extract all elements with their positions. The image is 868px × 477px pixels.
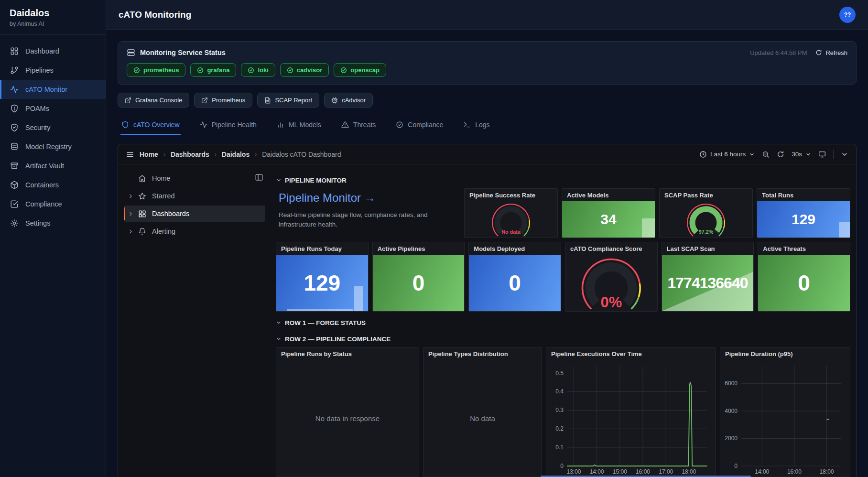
panel-pipeline-executions-over-time: Pipeline Executions Over Time 00.10.20.3… xyxy=(546,347,716,477)
svg-text:14:00: 14:00 xyxy=(590,468,604,475)
clock-icon xyxy=(699,151,707,158)
panel-title[interactable]: Active Pipelines xyxy=(373,242,465,255)
sidebar-item-label: Settings xyxy=(25,219,50,227)
panel-title[interactable]: Pipeline Executions Over Time xyxy=(546,347,716,360)
check-circle-icon xyxy=(197,67,204,74)
panel-title[interactable]: Models Deployed xyxy=(469,242,561,255)
panel-last-scap-scan: Last SCAP Scan 1774136640 xyxy=(662,242,754,312)
panel-title[interactable]: Pipeline Duration (p95) xyxy=(720,347,850,360)
archive-icon xyxy=(10,162,19,170)
sidebar-item-pipelines[interactable]: Pipelines xyxy=(0,61,106,80)
tab-pipeline-health[interactable]: Pipeline Health xyxy=(199,117,258,135)
svg-text:0: 0 xyxy=(560,463,564,469)
tab-logs[interactable]: Logs xyxy=(462,117,490,135)
sparkline xyxy=(354,286,363,311)
svg-text:13:00: 13:00 xyxy=(566,468,581,475)
grafana-embed: Home › Dashboards › Daidalos › Daidalos … xyxy=(118,144,857,477)
panel-title[interactable]: cATO Compliance Score xyxy=(565,242,657,255)
pipeline-monitor-link[interactable]: Pipeline Monitor → xyxy=(279,191,457,205)
svg-text:18:00: 18:00 xyxy=(820,468,834,475)
section-pipeline-monitor[interactable]: PIPELINE MONITOR xyxy=(276,172,850,188)
breadcrumb-home[interactable]: Home xyxy=(140,151,158,158)
panel-title[interactable]: Pipeline Runs Today xyxy=(276,242,368,255)
stat-models-deployed: 0 xyxy=(469,255,561,311)
breadcrumb-dashboards[interactable]: Dashboards xyxy=(171,151,209,158)
chevron-down-icon[interactable] xyxy=(841,151,848,158)
panel-title[interactable]: Active Models xyxy=(562,189,655,201)
time-range-picker[interactable]: Last 6 hours xyxy=(699,151,755,158)
refresh-button[interactable]: Refresh xyxy=(815,49,847,56)
svg-text:2000: 2000 xyxy=(725,435,738,442)
grafana-nav-home[interactable]: Home xyxy=(124,170,265,186)
sparkline-baseline xyxy=(287,309,353,311)
svg-text:0: 0 xyxy=(734,463,738,469)
sidebar-item-label: Model Registry xyxy=(25,143,72,151)
chevron-right-icon xyxy=(128,211,134,217)
svg-text:No data: No data xyxy=(501,229,521,235)
sidebar-item-model-registry[interactable]: Model Registry xyxy=(0,137,106,156)
breadcrumb-separator: › xyxy=(163,151,165,158)
service-badge-grafana: grafana xyxy=(190,63,236,77)
svg-text:0.5: 0.5 xyxy=(555,370,564,377)
panel-title[interactable]: Pipeline Runs by Status xyxy=(276,347,419,360)
panel-pipeline-types-distribution: Pipeline Types Distribution No data xyxy=(423,347,542,477)
home-icon xyxy=(138,174,146,183)
zoom-out-icon[interactable] xyxy=(762,151,770,158)
panel-title[interactable]: Active Threats xyxy=(758,242,850,255)
scap-report-button[interactable]: SCAP Report xyxy=(257,93,319,108)
panel-title[interactable]: Pipeline Success Rate xyxy=(465,189,557,201)
grafana-console-button[interactable]: Grafana Console xyxy=(118,93,189,108)
chevron-right-icon xyxy=(128,193,134,199)
sidebar-item-artifact-vault[interactable]: Artifact Vault xyxy=(0,156,106,175)
sidebar-item-security[interactable]: Security xyxy=(0,118,106,137)
panel-cato-compliance-score: cATO Compliance Score 0% xyxy=(565,242,658,312)
sidebar-item-label: Compliance xyxy=(25,200,62,208)
check-circle-icon xyxy=(133,67,140,74)
gauge-cato-compliance-score: 0% xyxy=(565,255,657,311)
sidebar-item-poams[interactable]: POAMs xyxy=(0,99,106,118)
sidebar-item-containers[interactable]: Containers xyxy=(0,175,106,195)
help-button[interactable]: ?? xyxy=(839,7,856,23)
refresh-dashboard-icon[interactable] xyxy=(777,151,784,158)
panel-pipeline-runs-today: Pipeline Runs Today 129 xyxy=(276,242,369,312)
cadvisor-button[interactable]: cAdvisor xyxy=(324,93,373,108)
tv-mode-icon[interactable] xyxy=(818,151,826,158)
breadcrumb-daidalos[interactable]: Daidalos xyxy=(222,151,250,158)
svg-text:0.2: 0.2 xyxy=(555,425,564,432)
panel-title[interactable]: Total Runs xyxy=(757,189,850,201)
sidebar-item-compliance[interactable]: Compliance xyxy=(0,195,106,214)
svg-text:4000: 4000 xyxy=(725,408,738,414)
tab-compliance[interactable]: Compliance xyxy=(395,117,444,135)
refresh-interval-picker[interactable]: 30s xyxy=(792,151,811,158)
sidebar-item-cato-monitor[interactable]: cATO Monitor xyxy=(0,80,106,99)
main-area: cATO Monitoring ?? Monitoring Service St… xyxy=(106,0,868,477)
top-header: cATO Monitoring ?? xyxy=(106,0,868,30)
hamburger-menu-icon[interactable] xyxy=(126,150,134,159)
tab-ml-models[interactable]: ML Models xyxy=(276,117,322,135)
grafana-nav-dashboards[interactable]: Dashboards xyxy=(124,206,265,222)
tab-cato-overview[interactable]: cATO Overview xyxy=(120,117,181,135)
external-link-icon xyxy=(125,97,131,104)
updated-timestamp: Updated 6:44:58 PM xyxy=(750,49,807,56)
panel-title[interactable]: Pipeline Types Distribution xyxy=(423,347,542,360)
grid-icon xyxy=(138,210,146,218)
panel-total-runs: Total Runs 129 xyxy=(757,188,850,238)
panel-title[interactable]: SCAP Pass Rate xyxy=(660,189,752,201)
svg-text:0.4: 0.4 xyxy=(555,388,564,395)
service-badge-cadvisor: cadvisor xyxy=(280,63,329,77)
section-row1-forge-status[interactable]: ROW 1 — FORGE STATUS xyxy=(276,314,850,331)
activity-icon xyxy=(200,121,207,129)
check-square-icon xyxy=(10,200,19,208)
grafana-nav-alerting[interactable]: Alerting xyxy=(124,223,265,239)
prometheus-button[interactable]: Prometheus xyxy=(194,93,252,108)
check-circle-icon xyxy=(287,67,293,74)
panel-title[interactable]: Last SCAP Scan xyxy=(662,242,754,255)
grafana-nav-starred[interactable]: Starred xyxy=(124,188,265,204)
sidebar-item-label: cATO Monitor xyxy=(25,86,67,93)
tab-threats[interactable]: Threats xyxy=(340,117,377,135)
sidebar-item-dashboard[interactable]: Dashboard xyxy=(0,42,106,61)
no-data-message: No data in response xyxy=(315,414,380,423)
section-row2-pipeline-compliance[interactable]: ROW 2 — PIPELINE COMPLIANCE xyxy=(276,331,850,347)
sidebar-item-settings[interactable]: Settings xyxy=(0,214,106,233)
cube-icon xyxy=(10,181,19,189)
